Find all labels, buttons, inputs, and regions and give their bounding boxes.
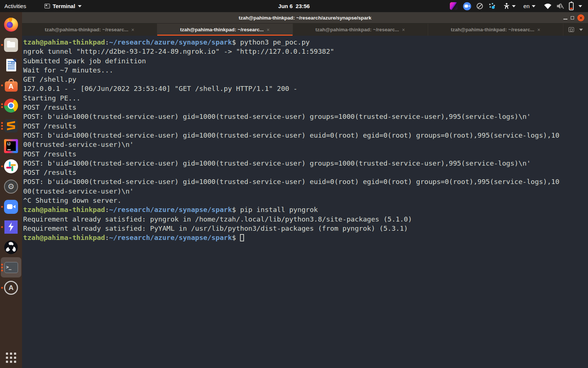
dock-item-files[interactable]: [1, 35, 21, 55]
terminal-line: Requirement already satisfied: pyngrok i…: [23, 215, 586, 224]
confetti-indicator-icon[interactable]: [488, 3, 496, 10]
obs-studio-icon: [4, 240, 18, 254]
libreoffice-writer-icon: [6, 59, 16, 71]
maximize-button[interactable]: [571, 16, 574, 20]
dock-item-lightning-app[interactable]: [1, 217, 21, 237]
close-button[interactable]: ×: [577, 14, 584, 21]
dock-item-chrome[interactable]: [1, 95, 21, 116]
terminal-tab-1[interactable]: tzah@pahima-thinkpad: ~/researc...×: [22, 24, 157, 36]
running-indicator-dots: [1, 206, 3, 208]
dock: AIJ⚙>_A: [0, 12, 22, 368]
terminal-line: Wait for ~7 minutes...: [23, 66, 586, 75]
tab-label: tzah@pahima-thinkpad: ~/researc...: [315, 27, 399, 32]
activities-button[interactable]: Activities: [0, 0, 31, 12]
chevron-down-icon: [578, 5, 582, 7]
terminal-line: POST /results: [23, 149, 586, 159]
dock-item-firefox[interactable]: [1, 14, 21, 35]
running-indicator-dots: [1, 263, 3, 271]
tab-bar: tzah@pahima-thinkpad: ~/researc...×tzah@…: [22, 24, 588, 36]
tab-close-icon[interactable]: ×: [402, 27, 405, 32]
terminal-line: tzah@pahima-thinkpad:~/research/azure/sy…: [23, 233, 586, 242]
ubuntu-software-icon: A: [5, 81, 18, 92]
terminal-line: 127.0.0.1 - - [06/Jun/2022 23:53:40] "GE…: [23, 84, 586, 93]
lightning-app-icon: [4, 220, 18, 234]
terminal-line: POST: b'uid=1000(trusted-service-user) g…: [23, 159, 586, 168]
running-indicator-dots: [1, 226, 3, 228]
tab-label: tzah@pahima-thinkpad: ~/researc...: [45, 27, 128, 32]
slack-icon: [4, 159, 18, 173]
terminal-tab-4[interactable]: tzah@pahima-thinkpad: ~/researc...×: [428, 24, 563, 36]
terminal-line: 00(trusted-service-user)\n': [23, 187, 586, 196]
minimize-button[interactable]: [563, 19, 567, 20]
terminal-line: POST /results: [23, 121, 586, 131]
terminal-tab-3[interactable]: tzah@pahima-thinkpad: ~/researc...×: [293, 24, 428, 36]
chevron-down-icon: [512, 5, 516, 7]
cube-indicator-icon[interactable]: [450, 2, 458, 10]
running-indicator-dots: [1, 103, 3, 108]
sublime-text-icon: [4, 119, 18, 132]
top-bar: Activities Terminal Jun 6 23:56 en: [0, 0, 588, 12]
chevron-down-icon: [532, 5, 535, 7]
window-restore-icon[interactable]: [569, 27, 574, 32]
terminal-tab-2[interactable]: tzah@pahima-thinkpad: ~/researc...×: [157, 24, 293, 36]
accessibility-menu[interactable]: [503, 3, 516, 9]
running-indicator-dots: [1, 44, 3, 46]
tab-label: tzah@pahima-thinkpad: ~/researc...: [451, 27, 534, 32]
language-menu[interactable]: en: [523, 3, 535, 9]
running-indicator-dots: [1, 122, 3, 130]
dock-item-software-updater[interactable]: A: [1, 277, 21, 298]
settings-gear-icon: ⚙: [4, 180, 18, 194]
dock-item-terminal[interactable]: >_: [1, 257, 21, 277]
chrome-icon: [4, 99, 18, 113]
terminal-line: POST /results: [23, 168, 586, 177]
terminal-line: Submitted Spark job definition: [23, 56, 586, 66]
title-bar[interactable]: tzah@pahima-thinkpad: ~/research/azure/s…: [22, 12, 588, 24]
terminal-line: ^C Shutting down server.: [23, 196, 586, 205]
show-applications-button[interactable]: [6, 353, 16, 363]
terminal-line: POST: b'uid=1000(trusted-service-user) g…: [23, 177, 586, 186]
dock-item-zoom[interactable]: [1, 197, 21, 217]
terminal-body[interactable]: tzah@pahima-thinkpad:~/research/azure/sy…: [22, 36, 588, 368]
do-not-disturb-icon[interactable]: [477, 3, 483, 9]
running-indicator-dots: [1, 84, 3, 86]
tab-close-icon[interactable]: ×: [537, 27, 540, 32]
tab-list-chevron-icon[interactable]: [579, 29, 583, 31]
firefox-icon: [4, 18, 18, 32]
dock-item-sublime-text[interactable]: [1, 116, 21, 136]
dock-item-intellij-idea[interactable]: IJ: [1, 136, 21, 156]
zoom-icon: [4, 200, 18, 214]
app-menu-label: Terminal: [53, 3, 75, 9]
tab-close-icon[interactable]: ×: [131, 27, 134, 32]
terminal-line: POST /results: [23, 103, 586, 112]
terminal-line: 00(trusted-service-user)\n': [23, 140, 586, 149]
accessibility-icon: [503, 3, 510, 9]
running-indicator-dots: [1, 165, 3, 167]
running-indicator-dots: [1, 287, 3, 289]
terminal-line: GET /shell.py: [23, 75, 586, 84]
status-menu[interactable]: [544, 2, 582, 10]
terminal-line: tzah@pahima-thinkpad:~/research/azure/sy…: [23, 205, 586, 214]
chevron-down-icon: [78, 5, 82, 7]
volume-muted-icon: [556, 3, 564, 9]
terminal-line: ngrok tunnel "http://d2be-93-172-24-89.n…: [23, 47, 586, 56]
dock-item-obs-studio[interactable]: [1, 237, 21, 257]
dock-item-slack[interactable]: [1, 156, 21, 176]
terminal-icon: >_: [4, 262, 18, 273]
zoom-meeting-icon[interactable]: [463, 2, 471, 10]
tab-close-icon[interactable]: ×: [266, 27, 269, 32]
terminal-line: Requirement already satisfied: PyYAML in…: [23, 224, 586, 233]
tab-label: tzah@pahima-thinkpad: ~/researc...: [180, 27, 263, 32]
wifi-icon: [544, 3, 552, 9]
terminal-line: Starting PE...: [23, 93, 586, 103]
app-menu[interactable]: Terminal: [41, 0, 85, 12]
intellij-idea-icon: IJ: [4, 139, 18, 153]
system-tray: en: [450, 0, 588, 12]
dock-item-ubuntu-software[interactable]: A: [1, 75, 21, 95]
terminal-app-icon: [44, 4, 50, 8]
battery-icon: [569, 2, 574, 10]
dock-item-settings[interactable]: ⚙: [1, 176, 21, 197]
terminal-window: tzah@pahima-thinkpad: ~/research/azure/s…: [22, 12, 588, 368]
language-label: en: [523, 3, 530, 9]
dock-item-libreoffice-writer[interactable]: [1, 55, 21, 75]
terminal-line: POST: b'uid=1000(trusted-service-user) g…: [23, 112, 586, 121]
